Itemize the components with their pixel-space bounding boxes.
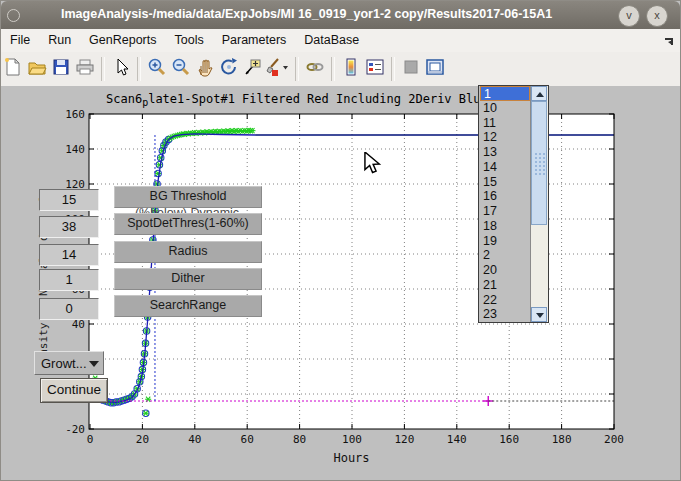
continue-button[interactable]: Continue bbox=[40, 378, 108, 403]
param-field-spotdetthres-1-60-[interactable]: 38 bbox=[39, 216, 99, 238]
scrollbar-thumb[interactable] bbox=[531, 101, 547, 225]
rotate-3d-icon[interactable] bbox=[217, 55, 241, 81]
x-tick-label: 0 bbox=[87, 433, 94, 446]
menu-genreports[interactable]: GenReports bbox=[80, 29, 165, 52]
menu-database[interactable]: DataBase bbox=[295, 29, 368, 52]
x-tick-label: 140 bbox=[447, 433, 467, 446]
menu-overflow-icon[interactable] bbox=[664, 36, 674, 46]
param-button-radius[interactable]: Radius bbox=[114, 241, 262, 263]
minimize-button[interactable]: v bbox=[618, 5, 640, 27]
print-icon[interactable] bbox=[73, 55, 97, 81]
param-button-dither[interactable]: Dither bbox=[114, 268, 262, 290]
listbox-item-11[interactable]: 11 bbox=[480, 116, 533, 131]
pan-hand-icon[interactable] bbox=[193, 55, 217, 81]
toolbar-separator bbox=[101, 57, 105, 81]
param-field-dither[interactable]: 1 bbox=[39, 269, 99, 291]
listbox-item-15[interactable]: 15 bbox=[480, 175, 533, 190]
x-tick-label: 20 bbox=[136, 433, 149, 446]
data-cursor-icon[interactable] bbox=[241, 55, 265, 81]
param-button-bg-threshold[interactable]: BG Threshold bbox=[114, 186, 262, 208]
growth-curve-plot: 020406080100120140160180200-200204060801… bbox=[1, 86, 681, 481]
listbox-scrollbar[interactable] bbox=[530, 86, 548, 322]
x-tick-label: 60 bbox=[241, 433, 254, 446]
plot-title: Scan6plate1-Spot#1 Filtered Red Includin… bbox=[106, 92, 488, 108]
listbox-item-20[interactable]: 20 bbox=[480, 263, 533, 278]
insert-legend-icon[interactable] bbox=[363, 55, 387, 81]
spot-number-listbox[interactable]: 110111213141516171819220212223 bbox=[478, 85, 549, 323]
listbox-item-23[interactable]: 23 bbox=[480, 307, 533, 322]
param-button-spotdetthres-1-60-[interactable]: SpotDetThres(1-60%) bbox=[114, 213, 262, 235]
new-figure-icon[interactable] bbox=[1, 55, 25, 81]
listbox-item-13[interactable]: 13 bbox=[480, 145, 533, 160]
window-title: ImageAnalysis-/media/data/ExpJobs/MI 16_… bbox=[61, 7, 552, 21]
listbox-item-21[interactable]: 21 bbox=[480, 278, 533, 293]
close-button[interactable]: x bbox=[646, 5, 668, 27]
open-file-icon[interactable] bbox=[25, 55, 49, 81]
app-window: ImageAnalysis-/media/data/ExpJobs/MI 16_… bbox=[0, 0, 681, 481]
listbox-item-18[interactable]: 18 bbox=[480, 219, 533, 234]
listbox-item-1[interactable]: 1 bbox=[480, 86, 530, 101]
y-tick-label: 140 bbox=[65, 143, 85, 156]
titlebar[interactable]: ImageAnalysis-/media/data/ExpJobs/MI 16_… bbox=[1, 1, 680, 30]
listbox-item-10[interactable]: 10 bbox=[480, 101, 533, 116]
param-field-searchrange[interactable]: 0 bbox=[39, 298, 99, 320]
x-tick-label: 180 bbox=[552, 433, 572, 446]
param-button-searchrange[interactable]: SearchRange bbox=[114, 295, 262, 317]
brush-icon[interactable] bbox=[265, 55, 281, 81]
y-tick-label: 160 bbox=[65, 108, 85, 121]
insert-colorbar-icon[interactable] bbox=[339, 55, 363, 81]
toolbar-separator bbox=[391, 57, 395, 81]
chevron-down-icon bbox=[89, 361, 99, 367]
toolbar-separator bbox=[137, 57, 141, 81]
edit-arrow-icon[interactable] bbox=[109, 55, 133, 81]
figure-canvas: 020406080100120140160180200-200204060801… bbox=[1, 86, 681, 481]
toolbar-separator bbox=[331, 57, 335, 81]
param-field-radius[interactable]: 14 bbox=[39, 244, 99, 266]
listbox-item-14[interactable]: 14 bbox=[480, 160, 533, 175]
plot-tools-dock-icon[interactable] bbox=[423, 55, 447, 81]
link-plots-icon[interactable] bbox=[303, 55, 327, 81]
plot-tools-hide-icon[interactable] bbox=[399, 55, 423, 81]
brush-caret-icon[interactable] bbox=[281, 55, 291, 81]
scroll-down-button[interactable] bbox=[531, 307, 547, 322]
x-tick-label: 160 bbox=[499, 433, 519, 446]
menu-tools[interactable]: Tools bbox=[166, 29, 213, 52]
growth-popup-menu[interactable]: Growt... bbox=[34, 351, 104, 375]
x-tick-label: 200 bbox=[604, 433, 624, 446]
listbox-item-22[interactable]: 22 bbox=[480, 293, 533, 308]
save-figure-icon[interactable] bbox=[49, 55, 73, 81]
listbox-item-19[interactable]: 19 bbox=[480, 234, 533, 249]
figure-toolbar bbox=[1, 52, 680, 87]
scroll-up-button[interactable] bbox=[531, 86, 547, 101]
x-tick-label: 100 bbox=[342, 433, 362, 446]
x-tick-label: 40 bbox=[188, 433, 201, 446]
listbox-item-16[interactable]: 16 bbox=[480, 189, 533, 204]
x-tick-label: 120 bbox=[394, 433, 414, 446]
menu-parameters[interactable]: Parameters bbox=[213, 29, 296, 52]
toolbar-separator bbox=[295, 57, 299, 81]
y-tick-label: -20 bbox=[65, 423, 85, 436]
zoom-out-icon[interactable] bbox=[169, 55, 193, 81]
x-axis-label: Hours bbox=[333, 451, 369, 465]
listbox-item-17[interactable]: 17 bbox=[480, 204, 533, 219]
zoom-in-icon[interactable] bbox=[145, 55, 169, 81]
menu-run[interactable]: Run bbox=[39, 29, 80, 52]
growth-popup-label: Growt... bbox=[41, 356, 87, 371]
x-tick-label: 80 bbox=[293, 433, 306, 446]
param-field-bg-threshold[interactable]: 15 bbox=[39, 189, 99, 211]
window-menu-icon[interactable] bbox=[7, 9, 20, 22]
menubar: FileRunGenReportsToolsParametersDataBase bbox=[1, 29, 680, 53]
listbox-item-2[interactable]: 2 bbox=[480, 248, 533, 263]
menu-file[interactable]: File bbox=[1, 29, 39, 52]
bg-threshold-subtext: (%below) Dynamic bbox=[114, 206, 260, 213]
listbox-item-12[interactable]: 12 bbox=[480, 130, 533, 145]
